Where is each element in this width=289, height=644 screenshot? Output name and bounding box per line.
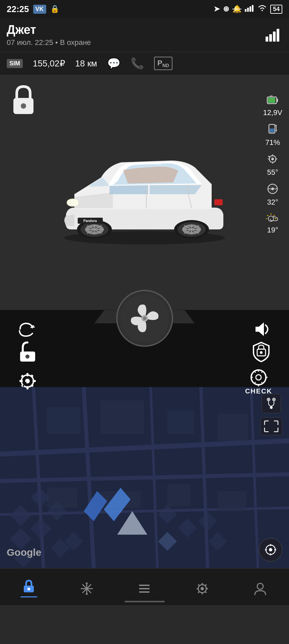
svg-rect-75 bbox=[100, 400, 144, 434]
svg-rect-76 bbox=[167, 411, 194, 434]
svg-rect-12 bbox=[214, 199, 223, 205]
fuel-stat-icon bbox=[268, 123, 278, 138]
nav-item-security[interactable] bbox=[0, 576, 58, 597]
nav-item-settings[interactable] bbox=[173, 579, 231, 595]
svg-rect-6 bbox=[273, 32, 276, 42]
svg-rect-3 bbox=[252, 5, 254, 12]
steering-stat: 32° bbox=[267, 183, 279, 207]
header: Джет 07 июл. 22:25 • В охране bbox=[0, 18, 289, 52]
svg-rect-7 bbox=[277, 29, 279, 42]
svg-point-102 bbox=[273, 399, 275, 400]
svg-point-64 bbox=[256, 375, 261, 380]
settings-wrench-button[interactable] bbox=[17, 370, 39, 393]
svg-point-63 bbox=[251, 370, 266, 385]
nav-item-profile[interactable] bbox=[231, 579, 289, 595]
lock-status-icon: 🔒 bbox=[50, 5, 59, 13]
svg-rect-130 bbox=[139, 591, 150, 593]
svg-rect-37 bbox=[270, 128, 274, 132]
svg-rect-134 bbox=[202, 592, 203, 594]
signal-strength bbox=[266, 28, 282, 42]
car-name: Джет bbox=[7, 23, 91, 37]
svg-point-50 bbox=[25, 355, 29, 359]
car-display-area: Pandora 12,9V bbox=[0, 75, 289, 310]
balance-display: 155,02₽ bbox=[33, 58, 65, 69]
svg-rect-79 bbox=[167, 484, 191, 506]
signal-bars-icon bbox=[245, 4, 254, 14]
active-indicator bbox=[20, 596, 37, 597]
location-icon: ➤ bbox=[214, 5, 220, 13]
svg-rect-74 bbox=[47, 407, 80, 434]
car-stats-sidebar: 12,9V 71% 55° bbox=[263, 95, 283, 234]
status-bar: 22:25 VK 🔒 ➤ ⊛ 🔔 54 bbox=[0, 0, 289, 18]
phone-icon[interactable]: 📞 bbox=[131, 57, 144, 70]
fuel-value: 71% bbox=[265, 138, 280, 147]
svg-point-118 bbox=[27, 588, 30, 590]
location-center-button[interactable] bbox=[259, 538, 282, 561]
svg-point-112 bbox=[269, 548, 272, 551]
fan-center-button[interactable] bbox=[116, 290, 173, 347]
message-icon[interactable]: 💬 bbox=[107, 57, 121, 70]
check-label: CHECK bbox=[245, 387, 272, 395]
battery-icon: 54 bbox=[270, 5, 282, 14]
battery-value: 12,9V bbox=[263, 108, 283, 117]
distance-display: 18 км bbox=[75, 58, 97, 69]
steering-temp-value: 32° bbox=[267, 198, 278, 207]
svg-rect-0 bbox=[245, 9, 246, 12]
sim-badge: SIM bbox=[7, 59, 23, 68]
shield-button[interactable] bbox=[250, 341, 272, 367]
svg-rect-57 bbox=[19, 380, 23, 382]
map-controls bbox=[260, 394, 282, 435]
svg-point-101 bbox=[268, 399, 269, 400]
svg-rect-1 bbox=[247, 8, 249, 12]
svg-rect-58 bbox=[32, 380, 36, 382]
svg-rect-32 bbox=[277, 99, 278, 102]
engine-stat-icon bbox=[267, 153, 279, 167]
svg-rect-80 bbox=[218, 414, 248, 441]
svg-rect-136 bbox=[206, 588, 208, 589]
svg-rect-60 bbox=[30, 374, 33, 378]
expand-button[interactable] bbox=[260, 417, 282, 435]
svg-rect-56 bbox=[26, 386, 28, 389]
svg-rect-4 bbox=[266, 37, 268, 42]
svg-point-52 bbox=[260, 351, 263, 354]
svg-point-9 bbox=[21, 103, 26, 109]
check-button[interactable]: CHECK bbox=[245, 368, 272, 395]
controls-section: CHECK bbox=[0, 310, 289, 387]
info-bar: SIM 155,02₽ 18 км 💬 📞 PND bbox=[0, 52, 289, 75]
armed-lock-icon bbox=[10, 85, 40, 115]
engine-temp-value: 55° bbox=[267, 168, 278, 177]
map-area: Google bbox=[0, 387, 289, 568]
svg-rect-77 bbox=[47, 488, 77, 508]
svg-point-132 bbox=[201, 587, 204, 590]
mute-icon: 🔔 bbox=[232, 5, 241, 13]
nav-item-climate[interactable] bbox=[58, 579, 116, 595]
svg-rect-55 bbox=[26, 373, 28, 376]
status-bar-left: 22:25 VK 🔒 bbox=[7, 4, 59, 14]
svg-rect-128 bbox=[139, 585, 150, 586]
svg-rect-129 bbox=[139, 588, 150, 589]
weather-stat: 19° bbox=[266, 213, 279, 234]
refresh-button[interactable] bbox=[17, 320, 35, 342]
svg-point-39 bbox=[271, 158, 274, 160]
svg-point-47 bbox=[143, 317, 146, 320]
parking-icon[interactable]: PND bbox=[154, 57, 172, 70]
svg-rect-59 bbox=[21, 375, 24, 378]
nav-item-menu[interactable] bbox=[116, 579, 173, 595]
battery-stat: 12,9V bbox=[263, 95, 283, 117]
time-display: 22:25 bbox=[7, 4, 29, 14]
weather-value: 19° bbox=[267, 226, 278, 234]
bluetooth-icon: ⊛ bbox=[223, 5, 229, 13]
wifi-icon bbox=[258, 4, 267, 14]
svg-point-123 bbox=[85, 587, 88, 590]
svg-point-41 bbox=[271, 187, 274, 190]
sound-button[interactable] bbox=[254, 320, 272, 342]
fuel-stat: 71% bbox=[265, 123, 280, 147]
route-button[interactable] bbox=[262, 394, 281, 413]
svg-point-141 bbox=[257, 583, 263, 589]
weather-stat-icon bbox=[266, 213, 279, 225]
google-text: Google bbox=[7, 547, 41, 558]
unlock-button[interactable] bbox=[17, 341, 39, 367]
google-watermark: Google bbox=[7, 547, 41, 558]
svg-rect-2 bbox=[249, 6, 251, 12]
battery-stat-icon bbox=[267, 95, 279, 108]
